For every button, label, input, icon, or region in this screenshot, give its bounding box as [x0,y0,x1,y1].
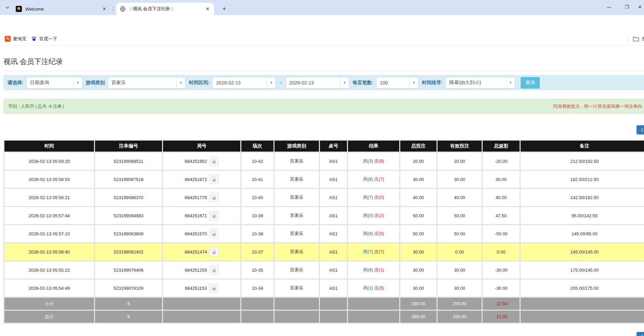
result-player: 闲(3) [363,158,373,164]
cell-total-bet[interactable]: 30.00 [400,243,437,260]
bookmark-baidu[interactable]: 百度一下 [31,36,57,42]
result-player: 闲(8) [363,177,373,182]
cell-total-bet[interactable]: 50.00 [400,207,437,224]
col-payout: 总派彩 [483,141,520,152]
video-replay-button[interactable] [209,229,219,238]
date-to-value: 2026-02-13 [286,80,340,86]
cell-total-bet[interactable]: 30.00 [400,280,437,297]
all-bookmarks[interactable]: 所有书签 [628,32,644,46]
cell-valid-bet: 50.00 [438,207,482,224]
cell-game-type: 百家乐 [274,243,319,260]
cell-total-bet[interactable]: 50.00 [400,225,437,242]
cell-time: 2026-02-13 05:55:22 [4,261,94,279]
bookmark-label: 爱淘宝 [13,36,26,42]
maximize-button[interactable]: ❐ [618,0,636,14]
cell-session: 10-34 [241,280,273,297]
cell-total-bet[interactable]: 20.00 [400,153,437,170]
cell-valid-bet: 0.00 [438,243,482,260]
video-replay-button[interactable] [209,247,219,257]
result-player: 闲(7) [363,195,373,200]
cell-session: 10-35 [241,261,273,279]
totals-valid-bet: 250.00 [438,311,482,323]
tab-strip: Welcome ✕ :::视讯 会员下注纪录::: ✕ + — ❐ ✕ [0,0,644,15]
totals-empty [521,298,644,310]
result-player: 闲(6) [363,267,373,272]
totals-empty [320,298,347,310]
cell-game-type: 百家乐 [274,225,319,242]
tab-title: Welcome [25,7,101,12]
tab-welcome[interactable]: Welcome ✕ [12,3,111,15]
cell-payout: -50.00 [483,225,520,242]
totals-count: 8 [95,298,162,310]
cell-session: 10-40 [241,189,273,206]
pagination-page-1-bottom[interactable]: 1 [636,332,644,336]
cell-note: 95.00/142.50 [521,207,644,224]
cell-total-bet[interactable]: 30.00 [400,171,437,188]
video-replay-button[interactable] [209,211,219,220]
totals-label: 总计 [4,311,94,323]
tab-close-icon[interactable]: ✕ [204,6,211,12]
new-tab-button[interactable]: + [219,4,229,14]
cell-table-no: AS1 [320,153,347,170]
cell-result: 闲(8) 庄(7) [348,171,399,188]
video-replay-button[interactable] [209,265,219,275]
cell-payout: 0.00 [483,243,520,260]
cell-table-no: AS1 [320,207,347,224]
totals-label: 小计 [4,298,94,310]
globe-favicon-icon [120,6,126,12]
col-session: 场次 [241,141,273,152]
cell-session: 10-38 [241,225,273,242]
game-type-select[interactable]: 百家乐 ▼ [108,77,186,89]
col-time: 时间 [4,141,94,152]
col-total-bet: 总投注 [400,141,437,152]
tab-separator [113,6,113,12]
query-type-select[interactable]: 日期查询 ▼ [26,77,82,89]
totals-empty [274,311,319,323]
col-note: 备注 [521,141,644,152]
tab-list-chevron-icon[interactable] [3,3,12,12]
cell-time: 2026-02-13 05:54:49 [4,280,94,297]
date-to-select[interactable]: 2026-02-13 ▼ [286,77,349,89]
cell-valid-bet: 40.00 [438,189,482,206]
totals-row: 总计 8 280.00 250.00 -12.50 [4,311,644,323]
cell-game-type: 百家乐 [274,153,319,170]
page-size-select[interactable]: 100 ▼ [376,77,418,89]
sort-select[interactable]: 降幂(由大到小) ▼ [445,77,515,89]
cell-valid-bet: 30.00 [438,171,482,188]
cell-round-id: 684251952 [163,153,240,170]
search-button[interactable]: 查询 [521,77,540,89]
cell-result: 闲(0) 庄(2) [348,207,399,224]
table-row: 2026-02-13 05:55:22 523199079406 6842512… [4,261,644,279]
video-replay-button[interactable] [209,283,218,293]
result-banker: 庄(7) [374,177,384,182]
cell-total-bet[interactable]: 30.00 [400,261,437,279]
sort-label: 时间排序: [422,80,443,86]
summary-bar: 币别 : 人民币 | 总共 :8 注单 | 同局有效投注，统一计算在该局第一张注… [3,99,644,114]
video-replay-button[interactable] [209,156,219,166]
tab-close-icon[interactable]: ✕ [101,6,107,12]
video-replay-button[interactable] [209,175,219,184]
close-button[interactable]: ✕ [636,0,644,14]
table-row: 2026-02-13 05:59:20 523199088511 6842519… [4,153,644,170]
page-title: 视讯 会员下注纪录 [3,57,63,66]
table-header-row: 时间 注单编号 局号 场次 游戏类别 桌号 结果 总投注 有效投注 总派彩 备注 [4,141,644,152]
date-from-select[interactable]: 2026-02-13 ▼ [212,77,276,89]
date-from-value: 2026-02-13 [213,80,267,86]
bookmark-aitaobao[interactable]: 淘 爱淘宝 [5,36,26,42]
all-bookmarks-label: 所有书签 [642,36,644,42]
round-id-value: 684251474 [185,249,207,255]
col-bet-id: 注单编号 [95,141,162,152]
cell-table-no: AS1 [320,171,347,188]
cell-valid-bet: 30.00 [438,280,482,297]
cell-total-bet[interactable]: 40.00 [400,189,437,206]
video-replay-button[interactable] [209,193,219,202]
tab-bet-record[interactable]: :::视讯 会员下注纪录::: ✕ [116,3,214,15]
cell-round-id: 684251779 [163,189,240,206]
table-row: 2026-02-13 05:58:21 523199086370 6842517… [4,189,644,206]
cell-time: 2026-02-13 05:58:53 [4,171,94,188]
pagination-page-1-top[interactable]: 1 [636,125,644,134]
cell-time: 2026-02-13 05:59:20 [4,153,94,170]
minimize-button[interactable]: — [600,0,618,14]
date-range-label: 时间区间: [189,80,210,86]
totals-empty [241,298,273,310]
